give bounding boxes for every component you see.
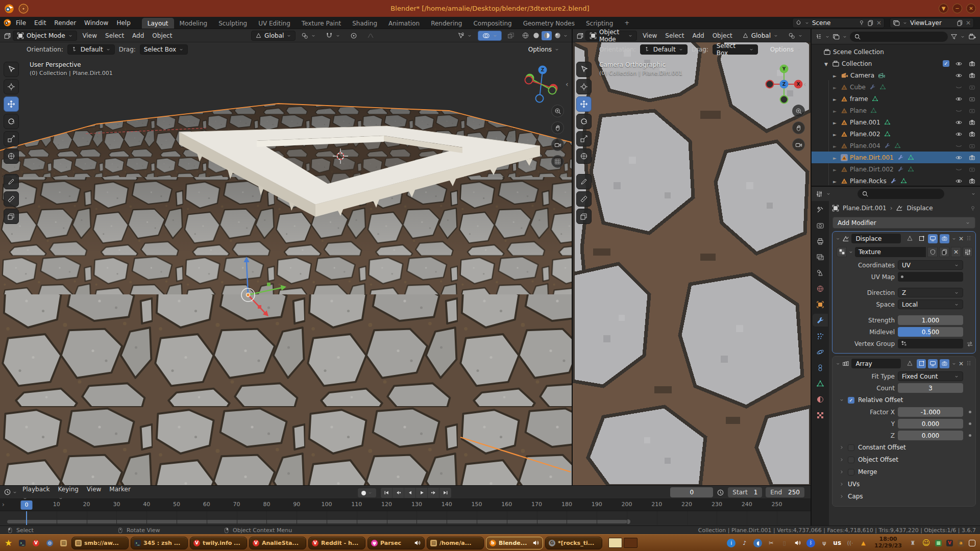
- workspace-2[interactable]: [624, 538, 638, 548]
- new-viewlayer-icon[interactable]: [957, 19, 963, 27]
- falloff-curve-icon[interactable]: [363, 31, 378, 41]
- eye-off-icon[interactable]: [955, 166, 963, 173]
- menu-edit[interactable]: Edit: [30, 17, 50, 29]
- mesh-data-icon[interactable]: [879, 84, 886, 90]
- tab-compositing[interactable]: Compositing: [468, 18, 517, 29]
- camera-off-icon[interactable]: [968, 84, 976, 91]
- eye-icon[interactable]: [955, 60, 963, 67]
- toggle-cage[interactable]: [917, 359, 926, 368]
- viewport-menu-select[interactable]: Select: [101, 30, 128, 42]
- navigation-gizmo-left[interactable]: ZXY: [522, 63, 560, 106]
- taskbar-clock[interactable]: 18:0012/29/23: [874, 536, 902, 549]
- tray-icon-music[interactable]: ♪: [740, 539, 749, 547]
- camera-icon[interactable]: [968, 154, 976, 161]
- outliner-row[interactable]: ►Plane.002: [812, 128, 980, 140]
- prev-frame-button[interactable]: [404, 488, 416, 498]
- end-frame-field[interactable]: End250: [766, 487, 804, 497]
- fake-user-shield-icon[interactable]: [927, 247, 938, 257]
- viewport-3d-left[interactable]: Object Mode ViewSelectAddObject Global: [0, 29, 572, 486]
- remove-viewlayer-icon[interactable]: ✕: [966, 19, 971, 27]
- launcher-vivaldi[interactable]: V: [30, 537, 42, 549]
- modifier-name-field[interactable]: Displace: [851, 234, 901, 243]
- tool-scale[interactable]: [576, 131, 592, 146]
- camera-icon[interactable]: [968, 178, 976, 185]
- eye-icon[interactable]: [955, 131, 963, 138]
- tray-icon-volume[interactable]: [793, 539, 802, 547]
- mesh-data-icon[interactable]: [870, 107, 877, 114]
- zoom-view-button[interactable]: [792, 105, 805, 117]
- properties-tab-constraints[interactable]: [813, 361, 828, 374]
- camera-icon[interactable]: [968, 131, 976, 138]
- tab-scripting[interactable]: Scripting: [580, 18, 619, 29]
- outliner-row[interactable]: ►Plane.004: [812, 140, 980, 152]
- workspace-1[interactable]: [608, 538, 622, 548]
- mode-dropdown[interactable]: Object Mode: [585, 31, 637, 41]
- mesh-data-icon[interactable]: [900, 178, 907, 184]
- editor-type-icon[interactable]: [4, 32, 11, 39]
- factor-x-field[interactable]: -1.000: [898, 407, 963, 417]
- prev-keyframe-button[interactable]: [393, 488, 404, 498]
- tray-icon-wifi[interactable]: ((·: [846, 539, 854, 547]
- timeline-scrollbar[interactable]: [7, 520, 627, 523]
- expand-closed-icon[interactable]: ►: [833, 154, 839, 161]
- section-checkbox[interactable]: [848, 469, 854, 475]
- outliner-row[interactable]: ►Cube: [812, 81, 980, 93]
- tab-shading[interactable]: Shading: [347, 18, 383, 29]
- tool-annotate[interactable]: [576, 174, 592, 189]
- scene-selector[interactable]: Scene ✕: [792, 18, 885, 28]
- exclude-checkbox[interactable]: ✓: [943, 60, 949, 67]
- tool-measure[interactable]: [576, 191, 592, 207]
- outliner-item-name[interactable]: Scene Collection: [833, 48, 884, 56]
- pan-view-button[interactable]: [792, 121, 805, 134]
- close-button[interactable]: ✕: [966, 4, 976, 13]
- current-frame-marker[interactable]: 0: [21, 500, 33, 510]
- strength-field[interactable]: 1.000: [898, 315, 963, 325]
- mesh-data-icon[interactable]: [908, 154, 914, 161]
- section-merge[interactable]: Merge: [832, 466, 975, 478]
- expand-closed-icon[interactable]: ►: [833, 178, 839, 185]
- camera-off-icon[interactable]: [968, 142, 976, 149]
- outliner-row[interactable]: ►Plane.001: [812, 116, 980, 128]
- outliner-item-name[interactable]: Plane: [850, 107, 867, 114]
- toggle-realtime[interactable]: [928, 359, 938, 368]
- minimize-button[interactable]: −: [952, 4, 962, 13]
- tab-geometry-nodes[interactable]: Geometry Nodes: [518, 18, 580, 29]
- camera-off-icon[interactable]: [968, 166, 976, 173]
- z-field[interactable]: 0.000: [898, 431, 963, 440]
- pin-icon[interactable]: [859, 19, 865, 26]
- taskbar-task[interactable]: G*[rocks_ti...: [545, 537, 602, 549]
- mesh-data-icon[interactable]: [894, 142, 901, 149]
- tool-tweak-select[interactable]: [4, 62, 19, 77]
- midlevel-slider[interactable]: 0.500: [898, 327, 963, 337]
- shade-button[interactable]: ▼: [939, 4, 948, 13]
- properties-tab-modifiers[interactable]: [813, 314, 828, 327]
- camera-off-icon[interactable]: [968, 107, 976, 114]
- chevron-down-icon[interactable]: [848, 249, 853, 255]
- properties-tab-scene[interactable]: [813, 266, 828, 279]
- tray-icon-rocket[interactable]: ♜: [909, 539, 917, 547]
- section-checkbox[interactable]: [848, 457, 854, 463]
- outliner-row[interactable]: ►Plane.Rocks: [812, 175, 980, 187]
- eye-icon[interactable]: [955, 178, 963, 185]
- texture-browse-icon[interactable]: [837, 247, 847, 257]
- tray-icon-vivaldi-dark[interactable]: V: [946, 540, 953, 546]
- editor-type-icon[interactable]: [815, 33, 822, 40]
- viewport-menu-select[interactable]: Select: [661, 30, 688, 42]
- zoom-view-button[interactable]: [551, 105, 564, 117]
- fit-type-dropdown[interactable]: Fixed Count: [898, 371, 963, 381]
- tab-sculpting[interactable]: Sculpting: [213, 18, 253, 29]
- y-field[interactable]: 0.000: [898, 419, 963, 429]
- pan-view-button[interactable]: [551, 121, 564, 134]
- tool-move[interactable]: [4, 96, 19, 112]
- playhead-line[interactable]: [26, 511, 27, 525]
- tool-add-cube[interactable]: [576, 209, 592, 224]
- tool-tweak-select[interactable]: [576, 62, 592, 77]
- outliner-item-name[interactable]: Collection: [842, 60, 872, 67]
- properties-tab-world[interactable]: [813, 282, 828, 295]
- eye-icon[interactable]: [955, 72, 963, 79]
- snap-magnet-button[interactable]: [322, 31, 345, 41]
- editor-type-icon[interactable]: [816, 190, 823, 197]
- viewport-menu-add[interactable]: Add: [128, 30, 148, 42]
- taskbar-task[interactable]: VAnalieSta...: [249, 537, 306, 549]
- new-scene-icon[interactable]: [867, 19, 874, 27]
